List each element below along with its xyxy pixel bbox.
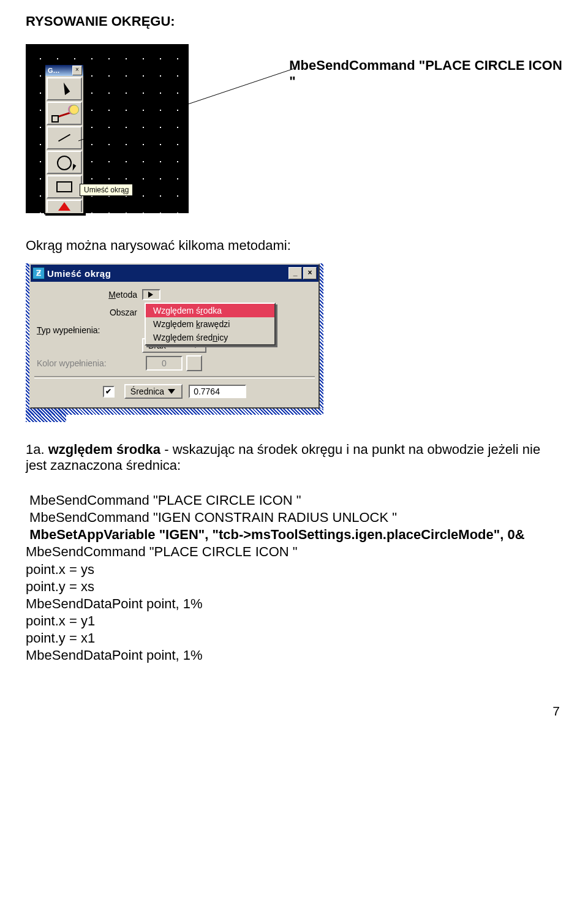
close-button[interactable]: × [303,267,317,279]
label-typwypelnienia: Typ wypełnienia: [37,325,146,335]
checkbox-srednica[interactable]: ✔ [103,386,115,398]
dropdown-srednica[interactable]: Średnica [124,384,183,399]
selection-hatch-corner [26,409,66,422]
tooltip-place-circle: Umieść okrąg [80,184,133,196]
code-line-3: MbeSetAppVariable "IGEN", "tcb->msToolSe… [26,526,562,543]
kolor-swatch[interactable] [186,355,202,371]
section-heading: RYSOWANIE OKRĘGU: [26,13,562,29]
metoda-option-srodka[interactable]: Względem środka [146,304,274,317]
pointer-icon [59,83,70,95]
code-line-9: point.y = x1 [26,630,562,647]
command-inline: MbeSendCommand "PLACE CIRCLE ICON " [289,58,562,89]
tool-place-circle[interactable] [47,151,82,174]
numbered-item-1a: 1a. względem środka - wskazując na środe… [26,442,562,474]
kolor-value[interactable]: 0 [146,356,183,371]
metoda-option-krawedzi[interactable]: Względem krawędzi [146,317,274,331]
row-metoda: Metoda [37,287,312,303]
dialog-titlebar: Ƶ Umieść okrąg _ × [31,265,318,282]
label-obszar: Obszar [37,308,142,317]
code-block: MbeSendCommand "PLACE CIRCLE ICON " MbeS… [26,492,562,665]
toolbox-title-text: G… [47,67,72,74]
metoda-option-srednicy[interactable]: Względem średnicy [146,331,274,344]
bulb-icon [69,105,79,115]
tool-smartline[interactable]: ✦ [47,102,82,125]
row-kolorwypelnienia: Kolor wypełnienia: 0 [37,355,312,371]
selection-hatch-bottom [26,409,323,415]
code-line-8: point.x = y1 [26,613,562,630]
dialog-body: Metoda Względem środka Względem krawędzi [31,282,318,407]
chevron-right-icon [148,292,153,298]
code-line-2: MbeSendCommand "IGEN CONSTRAIN RADIUS UN… [26,509,562,526]
toolbox-window: G… × ✦ [44,64,85,214]
tool-pointer[interactable] [47,77,82,100]
line-icon [58,134,70,142]
separator [34,376,315,379]
code-line-10: MbeSendDataPoint point, 1% [26,647,562,664]
tool-line[interactable] [47,126,82,149]
dropdown-metoda[interactable] [142,289,160,300]
rectangle-icon [56,181,72,192]
code-line-1: MbeSendCommand "PLACE CIRCLE ICON " [26,492,562,509]
code-line-4: MbeSendCommand "PLACE CIRCLE ICON " [26,543,562,560]
page-number: 7 [26,704,562,719]
row-srednica: ✔ Średnica [37,383,312,399]
close-icon[interactable]: × [72,66,82,75]
dialog-title-text: Umieść okrąg [47,268,287,279]
toolbox-buttons: ✦ [45,76,83,213]
tool-partial[interactable] [47,200,82,212]
label-srednica: Średnica [130,387,164,396]
chevron-down-icon [168,389,175,394]
figure-and-command-row: G… × ✦ [26,44,562,213]
toolbox-figure: G… × ✦ [26,44,189,213]
minimize-button[interactable]: _ [288,267,302,279]
dialog-figure: Ƶ Umieść okrąg _ × Metoda Wzglę [26,263,323,409]
tool-rect[interactable] [47,175,82,198]
input-srednica[interactable] [189,385,246,398]
code-line-6: point.y = xs [26,578,562,595]
code-line-5: point.x = ys [26,561,562,578]
intro-paragraph: Okrąg można narysować kilkoma metodami: [26,238,562,254]
app-icon: Ƶ [32,267,45,279]
triangle-icon [58,202,70,211]
metoda-dropdown-menu: Względem środka Względem krawędzi Względ… [145,303,276,345]
toolbox-titlebar: G… × [45,65,83,76]
selection-hatch-right [320,263,323,409]
dialog-window: Ƶ Umieść okrąg _ × Metoda Wzglę [29,263,320,409]
label-kolorwypelnienia: Kolor wypełnienia: [37,358,146,368]
circle-icon [55,156,74,169]
code-line-7: MbeSendDataPoint point, 1% [26,595,562,613]
label-metoda: Metoda [37,290,142,300]
